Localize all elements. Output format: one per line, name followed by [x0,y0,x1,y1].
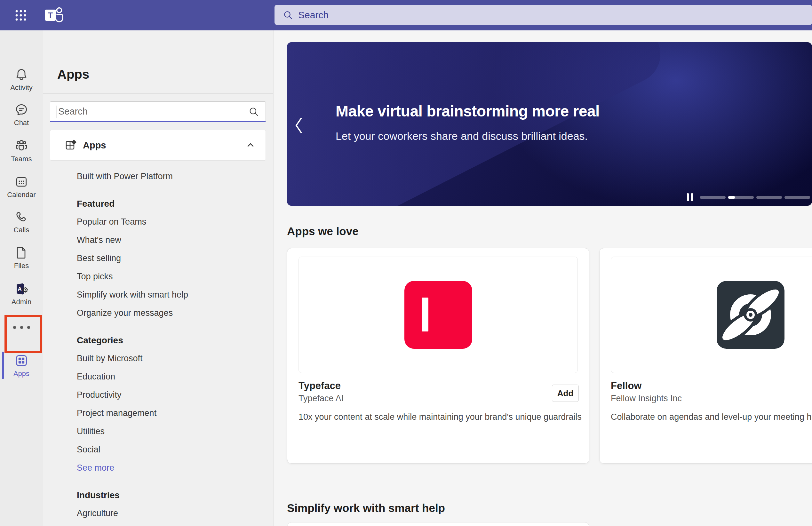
apps-panel: Apps Search Apps Built with Power Platfo… [43,30,274,526]
rail-item-label: Calendar [7,191,35,199]
apps-section-icon [64,138,78,152]
svg-text:A: A [18,286,22,292]
rail-item-label: Activity [10,84,33,92]
nav-section-header: Industries [43,486,273,504]
nav-item[interactable]: Built with Power Platform [43,167,273,186]
apps-annotation-highlight [4,315,42,353]
nav-item[interactable]: Productivity [43,386,273,404]
left-rail: ActivityChatTeamsCalendarCallsFilesAAdmi… [0,30,43,526]
partially-visible-card [287,522,589,526]
nav-item[interactable]: Organize your messages [43,304,273,322]
hero-banner: Make virtual brainstorming more real Let… [287,42,812,206]
app-publisher: Typeface AI [299,394,344,404]
chevron-left-icon [294,116,303,134]
nav-item[interactable]: What's new [43,231,273,249]
main-content: Make virtual brainstorming more real Let… [274,30,812,526]
app-launcher-button[interactable] [13,8,29,23]
text-caret [57,106,57,118]
apps-section-label: Apps [83,140,106,151]
carousel-progress-fill [728,196,735,199]
nav-item[interactable]: Best selling [43,249,273,267]
app-card-fellow[interactable]: FellowFellow Insights IncCollaborate on … [599,248,812,464]
carousel-page-indicator-1[interactable] [700,196,726,199]
rail-item-label: Teams [11,155,32,163]
file-icon [14,246,28,260]
nav-item[interactable]: Project management [43,404,273,422]
apps-nav-list: Built with Power PlatformFeaturedPopular… [43,161,273,526]
rail-item-admin[interactable]: AAdmin [0,282,43,306]
nav-item[interactable]: Simplify work with smart help [43,286,273,304]
nav-item[interactable]: Agriculture [43,504,273,523]
ellipsis-icon [13,326,16,329]
rail-item-label: Files [14,262,29,270]
carousel-page-indicators [700,196,810,199]
hero-subtitle: Let your coworkers share and discuss bri… [336,130,588,142]
calendar-icon [14,175,28,189]
nav-section-header: Featured [43,194,273,213]
carousel-controls [687,193,810,201]
admin-icon: A [14,282,28,296]
people-icon [14,139,28,153]
fellow-app-logo [717,281,784,349]
top-bar: T Search [0,0,812,30]
top-search-placeholder: Search [298,10,329,20]
rail-item-label: Calls [14,226,29,234]
nav-item[interactable]: Distribution [43,523,273,526]
carousel-previous-button[interactable] [294,116,303,134]
rail-item-apps[interactable]: Apps [0,353,43,378]
panel-divider [43,93,273,94]
rail-item-files[interactable]: Files [0,246,43,270]
nav-item[interactable]: Social [43,441,273,459]
app-publisher: Fellow Insights Inc [611,394,682,404]
rail-item-calendar[interactable]: Calendar [0,175,43,199]
more-apps-button[interactable] [0,326,43,329]
rail-item-activity[interactable]: Activity [0,68,43,92]
hero-title: Make virtual brainstorming more real [336,102,599,120]
rail-item-chat[interactable]: Chat [0,103,43,127]
app-description: 10x your content at scale while maintain… [299,412,582,422]
rail-item-label: Apps [13,369,29,378]
carousel-page-indicator-3[interactable] [756,196,782,199]
apps-we-love-cards: TypefaceTypeface AIAdd10x your content a… [287,248,812,464]
section-title-apps-we-love: Apps we love [287,225,359,238]
app-description: Collaborate on agendas and level-up your… [611,412,812,422]
search-icon [283,10,293,20]
teams-logo-icon: T [44,7,64,24]
apps-search-placeholder: Search [58,106,248,117]
bell-icon [14,68,28,82]
app-logo-area [299,257,578,373]
nav-item[interactable]: Education [43,368,273,386]
waffle-icon [14,9,27,22]
app-name: Fellow [611,380,641,392]
nav-item[interactable]: Top picks [43,267,273,286]
nav-section-header: Categories [43,331,273,349]
chat-icon [14,103,28,117]
active-item-indicator [2,352,4,379]
apps-section-toggle[interactable]: Apps [50,130,266,161]
app-card-typeface[interactable]: TypefaceTypeface AIAdd10x your content a… [287,248,589,464]
nav-item[interactable]: Built by Microsoft [43,349,273,368]
nav-item[interactable]: Utilities [43,422,273,441]
app-name: Typeface [299,380,341,392]
phone-icon [14,210,28,224]
rail-item-teams[interactable]: Teams [0,139,43,163]
apps-search-input[interactable]: Search [50,101,266,122]
typeface-app-logo [404,281,472,349]
svg-text:T: T [48,11,53,19]
nav-item[interactable]: Popular on Teams [43,213,273,231]
see-more-link[interactable]: See more [43,459,273,477]
carousel-page-indicator-2[interactable] [728,196,754,199]
page-title: Apps [57,67,89,82]
app-logo-area [611,257,812,373]
rail-item-label: Chat [14,119,29,127]
carousel-pause-button[interactable] [687,193,693,201]
add-app-button[interactable]: Add [552,384,579,402]
section-title-simplify-work: Simplify work with smart help [287,502,445,514]
chevron-up-icon [246,141,255,150]
rail-item-label: Admin [12,298,31,306]
carousel-page-indicator-4[interactable] [784,196,810,199]
top-search-input[interactable]: Search [275,5,812,25]
search-icon [248,106,259,117]
apps-grid-icon [14,353,28,368]
rail-item-calls[interactable]: Calls [0,210,43,234]
